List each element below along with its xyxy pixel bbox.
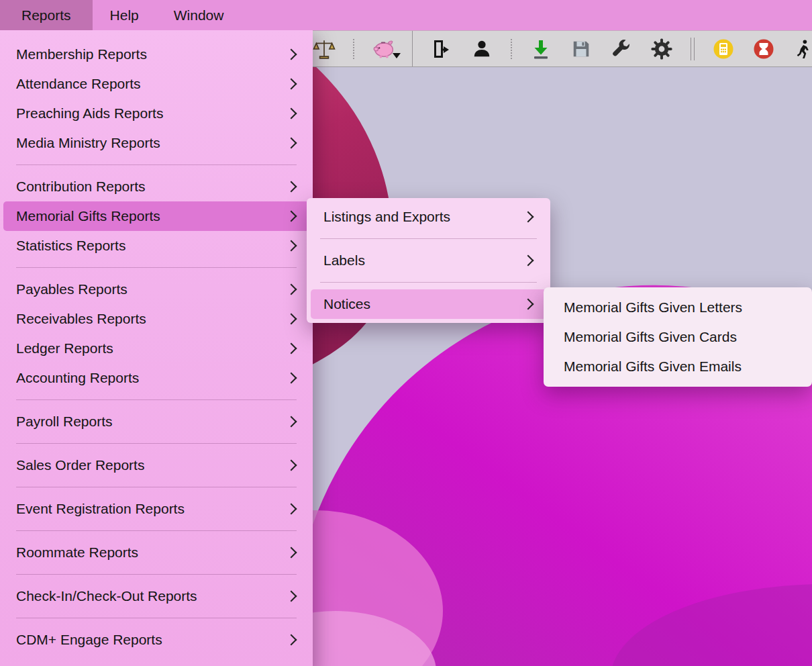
menu-item-statistics-reports[interactable]: Statistics Reports <box>3 231 309 260</box>
menu-item-attendance-reports[interactable]: Attendance Reports <box>3 69 309 99</box>
chevron-right-icon <box>286 634 297 646</box>
toolbar-dotted-separator <box>353 39 354 59</box>
hourglass-icon[interactable] <box>752 38 775 60</box>
menu-separator <box>16 618 297 618</box>
menu-item-receivables-reports[interactable]: Receivables Reports <box>3 304 309 334</box>
chevron-right-icon <box>523 255 534 267</box>
chevron-right-icon <box>286 49 297 60</box>
chevron-right-icon <box>286 108 297 120</box>
menubar-item-label: Window <box>174 7 224 23</box>
menu-item-roommate-reports[interactable]: Roommate Reports <box>3 538 309 567</box>
toolbar-double-separator <box>691 38 695 60</box>
gear-icon[interactable] <box>650 38 673 60</box>
menu-item-memorial-gifts-given-cards[interactable]: Memorial Gifts Given Cards <box>548 322 808 352</box>
chevron-right-icon <box>286 460 297 471</box>
menu-separator <box>16 487 297 487</box>
chevron-right-icon <box>286 547 297 559</box>
wrench-icon[interactable] <box>610 38 633 60</box>
menu-item-sales-order-reports[interactable]: Sales Order Reports <box>3 450 309 480</box>
menu-item-payables-reports[interactable]: Payables Reports <box>3 275 309 304</box>
chevron-right-icon <box>523 211 534 223</box>
reports-menu: Membership Reports Attendance Reports Pr… <box>0 30 313 666</box>
memorial-gifts-submenu: Listings and Exports Labels Notices <box>307 198 550 323</box>
menu-item-memorial-gifts-given-letters[interactable]: Memorial Gifts Given Letters <box>548 293 808 322</box>
calculator-icon[interactable] <box>712 38 735 60</box>
menubar-item-reports[interactable]: Reports <box>0 0 93 30</box>
chevron-right-icon <box>286 138 297 149</box>
menu-separator <box>16 530 297 531</box>
menu-separator <box>320 282 537 283</box>
menu-item-ledger-reports[interactable]: Ledger Reports <box>3 334 309 363</box>
menu-separator <box>16 267 297 268</box>
chevron-right-icon <box>286 504 297 515</box>
menu-separator <box>16 574 297 575</box>
menu-item-payroll-reports[interactable]: Payroll Reports <box>3 407 309 436</box>
save-icon[interactable] <box>570 38 593 60</box>
toolbar-section-separator <box>412 31 413 66</box>
menu-item-labels[interactable]: Labels <box>311 246 546 275</box>
menu-separator <box>16 164 297 165</box>
menu-separator <box>16 399 297 400</box>
download-icon[interactable] <box>529 38 552 60</box>
menubar-item-label: Help <box>110 7 139 23</box>
chevron-right-icon <box>286 284 297 295</box>
chevron-right-icon <box>286 416 297 428</box>
menu-separator <box>320 238 537 239</box>
exit-door-icon[interactable] <box>430 38 453 60</box>
menu-item-cdm-engage-reports[interactable]: CDM+ Engage Reports <box>3 625 309 655</box>
menu-item-preaching-aids-reports[interactable]: Preaching Aids Reports <box>3 99 309 128</box>
toolbar-dotted-separator <box>511 39 512 59</box>
menu-item-memorial-gifts-reports[interactable]: Memorial Gifts Reports <box>3 201 309 231</box>
piggy-bank-icon[interactable] <box>372 38 395 60</box>
menubar-item-label: Reports <box>21 7 71 23</box>
scales-icon[interactable] <box>313 38 336 60</box>
menu-item-notices[interactable]: Notices <box>311 289 546 319</box>
chevron-right-icon <box>286 211 297 222</box>
menu-item-memorial-gifts-given-emails[interactable]: Memorial Gifts Given Emails <box>548 352 808 381</box>
screen: Reports Help Window Membership Reports A… <box>0 0 812 666</box>
menu-item-check-in-check-out-reports[interactable]: Check-In/Check-Out Reports <box>3 581 309 611</box>
chevron-right-icon <box>286 591 297 602</box>
chevron-right-icon <box>286 343 297 354</box>
dropdown-caret-icon <box>393 53 401 58</box>
menu-item-contribution-reports[interactable]: Contribution Reports <box>3 172 309 201</box>
menu-item-listings-and-exports[interactable]: Listings and Exports <box>311 202 546 232</box>
chevron-right-icon <box>286 314 297 325</box>
menu-item-membership-reports[interactable]: Membership Reports <box>3 40 309 69</box>
walking-person-icon[interactable] <box>793 38 812 60</box>
menu-separator <box>16 443 297 444</box>
person-icon[interactable] <box>470 38 493 60</box>
menubar-item-help[interactable]: Help <box>93 0 156 30</box>
menubar-item-window[interactable]: Window <box>156 0 242 30</box>
chevron-right-icon <box>286 240 297 252</box>
menu-item-event-registration-reports[interactable]: Event Registration Reports <box>3 494 309 524</box>
menu-item-media-ministry-reports[interactable]: Media Ministry Reports <box>3 128 309 158</box>
notices-submenu: Memorial Gifts Given Letters Memorial Gi… <box>544 287 812 387</box>
chevron-right-icon <box>523 299 534 310</box>
chevron-right-icon <box>286 373 297 384</box>
menubar: Reports Help Window <box>0 0 812 30</box>
chevron-right-icon <box>286 181 297 193</box>
menu-item-accounting-reports[interactable]: Accounting Reports <box>3 363 309 393</box>
chevron-right-icon <box>286 79 297 90</box>
